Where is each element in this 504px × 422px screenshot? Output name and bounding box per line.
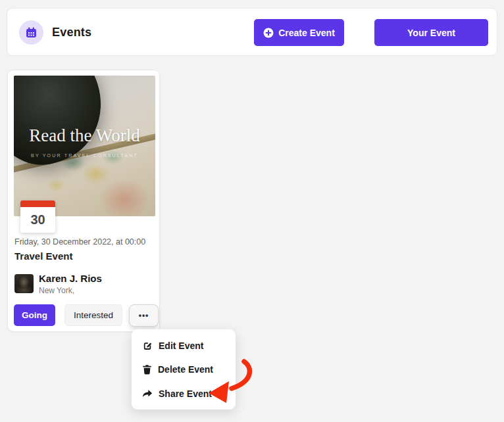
your-event-label: Your Event [407, 28, 455, 38]
calendar-icon [25, 26, 38, 39]
date-badge-red-bar [20, 200, 55, 207]
menu-item-label: Share Event [159, 388, 212, 399]
event-card: Read the World BY YOUR TRAVEL CONSULTANT… [7, 70, 160, 332]
edit-icon [142, 340, 153, 351]
menu-item-share-event[interactable]: Share Event [142, 386, 236, 402]
share-icon [142, 389, 153, 399]
your-event-button[interactable]: Your Event [374, 19, 488, 46]
create-event-label: Create Event [278, 28, 335, 38]
create-event-button[interactable]: Create Event [254, 19, 344, 46]
events-page: { "header": { "title": "Events", "create… [0, 0, 504, 422]
events-header: Events Create Event Your Event [7, 8, 497, 56]
date-badge-day: 30 [20, 207, 55, 233]
menu-item-label: Delete Event [158, 364, 213, 375]
organizer-avatar[interactable] [14, 274, 34, 293]
event-actions: Going Interested ••• [8, 304, 161, 327]
menu-item-edit-event[interactable]: Edit Event [142, 338, 236, 354]
event-context-menu: Edit Event Delete Event Share Event [132, 329, 236, 410]
plus-circle-icon [263, 28, 274, 38]
organizer-location: New York, [39, 286, 74, 295]
ellipsis-icon: ••• [139, 311, 149, 320]
organizer-name[interactable]: Karen J. Rios [39, 273, 102, 284]
date-badge: 30 [20, 200, 55, 233]
events-icon-circle [19, 20, 43, 45]
page-title: Events [52, 9, 91, 57]
more-options-button[interactable]: ••• [129, 304, 159, 327]
menu-item-delete-event[interactable]: Delete Event [142, 362, 236, 377]
event-cover-image[interactable]: Read the World BY YOUR TRAVEL CONSULTANT [14, 76, 155, 216]
event-title: Travel Event [14, 250, 72, 262]
interested-button[interactable]: Interested [64, 304, 122, 326]
event-datetime: Friday, 30 December 2022, at 00:00 [14, 237, 145, 246]
menu-item-label: Edit Event [159, 340, 203, 351]
going-button[interactable]: Going [14, 304, 55, 326]
trash-icon [142, 364, 152, 375]
cover-image-subtitle: BY YOUR TRAVEL CONSULTANT [14, 153, 155, 158]
cover-image-title: Read the World [14, 126, 155, 146]
organizer-row: Karen J. Rios New York, [14, 273, 154, 293]
